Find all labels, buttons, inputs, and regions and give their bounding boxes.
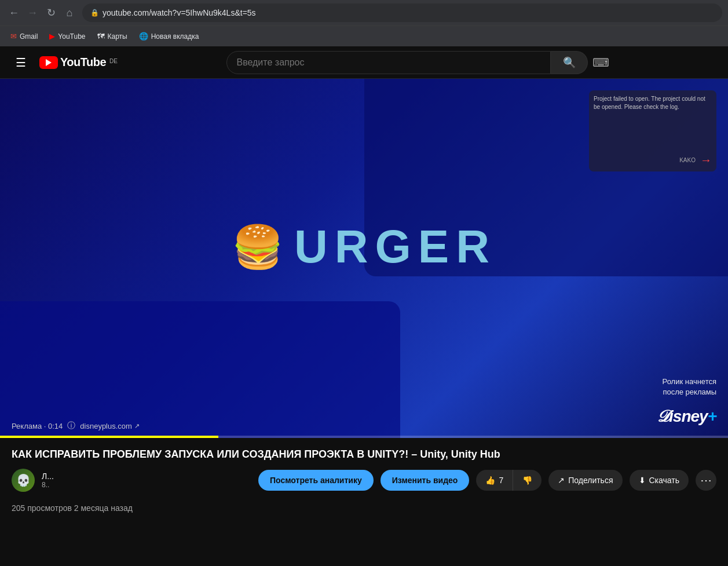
ad-label: Реклама · 0:14 ⓘ disneyplus.com (12, 421, 140, 431)
video-actions-row: 💀 Л... 8.. Посмотреть аналитику Изменить… (12, 469, 716, 492)
channel-avatar: 💀 (12, 469, 35, 492)
ad-card-tag: KAKO (679, 157, 696, 163)
search-area: 🔍 ⌨ (141, 51, 696, 74)
search-input[interactable] (227, 57, 550, 68)
ad-skip-area: Ролик начнется после рекламы (663, 377, 716, 397)
ad-card-arrow: → (700, 154, 712, 167)
youtube-logo-icon (39, 56, 58, 69)
more-options-button[interactable]: ⋯ (696, 470, 716, 491)
bookmarks-bar: ✉ Gmail ▶ YouTube 🗺 Карты 🌐 Новая вкладк… (0, 25, 728, 46)
keyboard-button[interactable]: ⌨ (592, 51, 609, 74)
video-title: КАК ИСПРАВИТЬ ПРОБЛЕМУ ЗАПУСКА ИЛИ СОЗДА… (12, 447, 716, 462)
address-bar-text: youtube.com/watch?v=5IhwNu9k4Ls&t=5s (103, 8, 256, 17)
lock-icon: 🔒 (90, 9, 99, 17)
youtube-logo-text: YouTube (60, 56, 106, 69)
download-label: Скачать (649, 476, 680, 485)
ad-skip-line2: после рекламы (663, 387, 716, 397)
forward-button[interactable]: → (24, 5, 41, 21)
search-input-wrap (226, 51, 551, 74)
ad-background: 🍔 URGER Project failed to open. The proj… (0, 79, 728, 438)
address-bar[interactable]: 🔒 youtube.com/watch?v=5IhwNu9k4Ls&t=5s (82, 3, 722, 22)
disney-logo: 𝒟isney+ (656, 407, 716, 425)
bookmark-youtube-label: YouTube (58, 32, 85, 41)
like-button[interactable]: 👍 7 (476, 470, 513, 491)
share-icon: ↗ (558, 476, 565, 485)
ad-label-text: Реклама · 0:14 (12, 422, 63, 430)
video-stats: 205 просмотров 2 месяца назад (12, 499, 716, 517)
bookmark-maps-label: Карты (108, 32, 127, 41)
video-info: КАК ИСПРАВИТЬ ПРОБЛЕМУ ЗАПУСКА ИЛИ СОЗДА… (0, 438, 728, 527)
video-progress-bar[interactable] (0, 436, 728, 438)
channel-info: Л... 8.. (42, 472, 54, 489)
ad-skip-line1: Ролик начнется (663, 377, 716, 387)
home-button[interactable]: ⌂ (61, 5, 78, 21)
menu-button[interactable]: ☰ (9, 51, 32, 74)
download-button[interactable]: ⬇ Скачать (630, 470, 689, 491)
browser-toolbar: ← → ↻ ⌂ 🔒 youtube.com/watch?v=5IhwNu9k4L… (0, 0, 728, 25)
dislike-button[interactable]: 👎 (513, 470, 542, 491)
share-label: Поделиться (568, 476, 613, 485)
browser-chrome: ← → ↻ ⌂ 🔒 youtube.com/watch?v=5IhwNu9k4L… (0, 0, 728, 46)
channel-subs: 8.. (42, 481, 54, 489)
bookmark-newtab[interactable]: 🌐 Новая вкладка (134, 30, 204, 43)
disney-plus-icon: + (708, 407, 716, 425)
ad-bottom-block (0, 301, 400, 438)
bookmark-maps[interactable]: 🗺 Карты (93, 30, 132, 43)
ad-site-link[interactable]: disneyplus.com (80, 422, 140, 430)
ad-top-right-card: Project failed to open. The project coul… (589, 90, 716, 171)
analytics-button[interactable]: Посмотреть аналитику (258, 470, 374, 491)
youtube-header: ☰ YouTube DE 🔍 ⌨ (0, 46, 728, 79)
nav-buttons: ← → ↻ ⌂ (6, 5, 78, 21)
youtube-icon: ▶ (49, 32, 55, 41)
dislike-icon: 👎 (522, 476, 532, 485)
edit-video-button[interactable]: Изменить видео (381, 470, 470, 491)
download-icon: ⬇ (639, 476, 646, 485)
burger-emoji: 🍔 (232, 222, 288, 272)
youtube-logo[interactable]: YouTube DE (39, 56, 118, 69)
gmail-icon: ✉ (10, 32, 17, 41)
video-progress-filled (0, 436, 218, 438)
back-button[interactable]: ← (6, 5, 22, 21)
bookmark-youtube[interactable]: ▶ YouTube (45, 30, 90, 43)
like-count: 7 (499, 476, 503, 485)
ad-info-icon[interactable]: ⓘ (67, 421, 75, 431)
refresh-button[interactable]: ↻ (43, 5, 59, 21)
disney-logo-area: 𝒟isney+ (656, 407, 716, 426)
ad-card-title: Project failed to open. The project coul… (594, 95, 712, 111)
ad-burger-text: 🍔 URGER (232, 220, 496, 273)
bookmark-gmail[interactable]: ✉ Gmail (6, 30, 42, 43)
like-dislike-group: 👍 7 👎 (476, 470, 542, 491)
channel-name: Л... (42, 472, 54, 481)
video-player[interactable]: 🍔 URGER Project failed to open. The proj… (0, 79, 728, 438)
share-button[interactable]: ↗ Поделиться (548, 470, 622, 491)
youtube-country-code: DE (109, 58, 118, 64)
like-icon: 👍 (485, 476, 495, 485)
maps-icon: 🗺 (97, 32, 105, 41)
bookmark-gmail-label: Gmail (20, 32, 38, 41)
bookmark-newtab-label: Новая вкладка (151, 32, 199, 41)
search-button[interactable]: 🔍 (551, 51, 588, 74)
search-icon: 🔍 (563, 56, 576, 69)
globe-icon: 🌐 (139, 32, 148, 41)
urger-text: URGER (294, 220, 496, 273)
